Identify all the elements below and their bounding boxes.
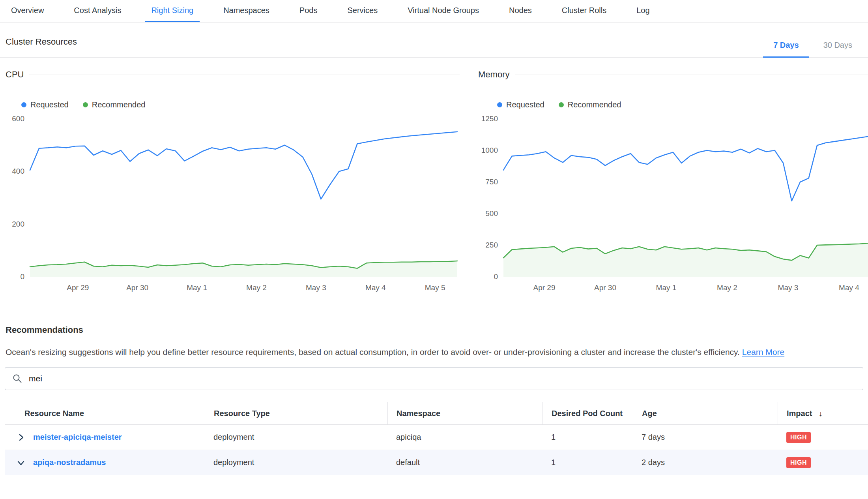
table-row[interactable]: apiqa-nostradamus deployment default 1 2… [5, 450, 868, 475]
range-7-days[interactable]: 7 Days [763, 41, 809, 58]
recommendations-title: Recommendations [6, 325, 868, 335]
svg-text:May 3: May 3 [306, 283, 326, 292]
column-header-age[interactable]: Age [633, 402, 778, 424]
recommendations-description-text: Ocean's resizing suggestions will help y… [6, 347, 740, 356]
impact-high-badge: HIGH [786, 432, 811, 443]
recommendations-table: Resource Name Resource Type Namespace De… [5, 402, 868, 475]
desired-pod-count-cell: 1 [542, 458, 633, 467]
svg-text:May 4: May 4 [839, 283, 859, 292]
namespace-cell: default [387, 458, 542, 467]
time-range-toggle: 7 Days 30 Days [763, 41, 862, 58]
column-header-resource-type[interactable]: Resource Type [205, 402, 387, 424]
tab-overview[interactable]: Overview [5, 0, 50, 22]
charts-row: CPU Requested Recommended 0200400600Apr … [0, 58, 868, 297]
tab-services[interactable]: Services [341, 0, 384, 22]
memory-line-chart: 025050075010001250Apr 29Apr 30May 1May 2… [478, 112, 868, 297]
svg-text:Apr 29: Apr 29 [67, 283, 89, 292]
impact-high-badge: HIGH [786, 457, 811, 468]
tab-namespaces[interactable]: Namespaces [217, 0, 276, 22]
learn-more-link[interactable]: Learn More [742, 347, 784, 356]
svg-text:0: 0 [494, 272, 498, 281]
svg-text:May 4: May 4 [365, 283, 386, 292]
legend-label-requested: Requested [30, 100, 69, 109]
legend-item-requested[interactable]: Requested [21, 100, 69, 109]
tab-virtual-node-groups[interactable]: Virtual Node Groups [401, 0, 485, 22]
tab-log[interactable]: Log [630, 0, 656, 22]
legend-item-requested[interactable]: Requested [497, 100, 544, 109]
memory-chart-legend: Requested Recommended [497, 100, 868, 109]
svg-text:May 5: May 5 [425, 283, 445, 292]
cpu-line-chart: 0200400600Apr 29Apr 30May 1May 2May 3May… [6, 112, 459, 297]
svg-text:0: 0 [20, 272, 24, 281]
svg-text:May 3: May 3 [778, 283, 799, 292]
svg-text:May 2: May 2 [717, 283, 737, 292]
column-header-desired-pod-count[interactable]: Desired Pod Count [542, 402, 633, 424]
requested-dot-icon [497, 102, 502, 107]
sort-descending-icon[interactable]: ↓ [818, 409, 822, 418]
requested-dot-icon [21, 102, 26, 107]
namespace-cell: apiciqa [387, 433, 542, 442]
resource-search-box[interactable] [5, 367, 863, 390]
title-divider-line [515, 75, 868, 75]
top-nav-tabs: Overview Cost Analysis Right Sizing Name… [0, 0, 868, 23]
recommended-dot-icon [559, 102, 564, 107]
table-row[interactable]: meister-apiciqa-meister deployment apici… [5, 425, 868, 450]
legend-label-requested: Requested [506, 100, 544, 109]
impact-header-label: Impact [787, 409, 812, 418]
tab-nodes[interactable]: Nodes [503, 0, 538, 22]
svg-text:500: 500 [485, 209, 498, 218]
column-header-resource-name[interactable]: Resource Name [5, 402, 205, 424]
resource-type-cell: deployment [205, 458, 387, 467]
svg-text:Apr 29: Apr 29 [533, 283, 555, 292]
legend-item-recommended[interactable]: Recommended [559, 100, 621, 109]
cluster-resources-title: Cluster Resources [6, 37, 77, 47]
desired-pod-count-cell: 1 [542, 433, 633, 442]
svg-text:250: 250 [485, 241, 498, 249]
cpu-chart-panel: CPU Requested Recommended 0200400600Apr … [0, 58, 460, 297]
range-30-days[interactable]: 30 Days [813, 41, 862, 58]
title-divider-line [29, 75, 460, 75]
resource-type-cell: deployment [205, 433, 387, 442]
memory-chart-title: Memory [478, 69, 509, 80]
memory-chart-panel: Memory Requested Recommended 02505007501… [460, 58, 868, 297]
svg-text:600: 600 [12, 114, 24, 123]
chevron-right-icon[interactable] [17, 433, 25, 442]
legend-label-recommended: Recommended [568, 100, 621, 109]
tab-pods[interactable]: Pods [293, 0, 324, 22]
resource-name-link[interactable]: meister-apiciqa-meister [33, 433, 122, 442]
cpu-chart-legend: Requested Recommended [21, 100, 460, 109]
tab-cost-analysis[interactable]: Cost Analysis [67, 0, 127, 22]
svg-text:May 1: May 1 [656, 283, 677, 292]
svg-text:750: 750 [485, 178, 498, 186]
svg-text:1000: 1000 [481, 146, 498, 154]
svg-text:200: 200 [12, 220, 24, 228]
recommended-dot-icon [83, 102, 88, 107]
svg-text:1250: 1250 [481, 114, 498, 123]
age-cell: 2 days [633, 458, 778, 467]
recommendations-description: Ocean's resizing suggestions will help y… [6, 346, 860, 358]
svg-text:400: 400 [12, 167, 24, 175]
column-header-impact[interactable]: Impact ↓ [778, 402, 868, 424]
tab-cluster-rolls[interactable]: Cluster Rolls [556, 0, 613, 22]
tab-right-sizing[interactable]: Right Sizing [145, 0, 200, 22]
search-icon [12, 373, 22, 384]
cluster-resources-header: Cluster Resources 7 Days 30 Days [0, 23, 868, 58]
column-header-namespace[interactable]: Namespace [387, 402, 542, 424]
cpu-chart-title: CPU [6, 69, 24, 80]
svg-text:Apr 30: Apr 30 [126, 283, 148, 292]
svg-text:Apr 30: Apr 30 [594, 283, 616, 292]
search-input[interactable] [28, 373, 856, 384]
legend-item-recommended[interactable]: Recommended [83, 100, 146, 109]
right-sizing-page: Overview Cost Analysis Right Sizing Name… [0, 0, 868, 475]
legend-label-recommended: Recommended [92, 100, 146, 109]
table-header-row: Resource Name Resource Type Namespace De… [5, 402, 868, 425]
age-cell: 7 days [633, 433, 778, 442]
resource-name-link[interactable]: apiqa-nostradamus [33, 458, 106, 467]
chevron-down-icon[interactable] [17, 458, 25, 467]
svg-text:May 1: May 1 [187, 283, 207, 292]
svg-text:May 2: May 2 [246, 283, 267, 292]
